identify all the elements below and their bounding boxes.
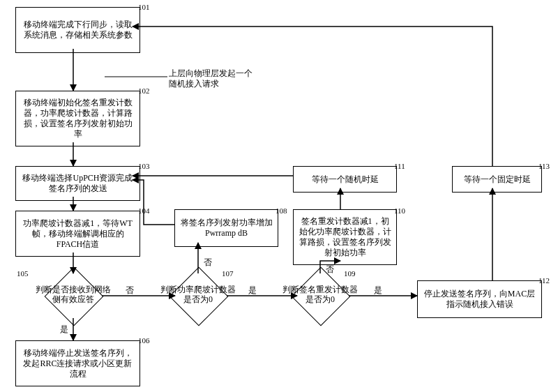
node-106: 移动终端停止发送签名序列，发起RRC连接请求或小区更新流程 [15,340,140,386]
node-111-num: 111 [394,162,405,170]
node-101-text: 移动终端完成下行同步，读取系统消息，存储相关系统参数 [20,20,135,40]
node-105 [45,267,104,326]
node-102: 移动终端初始化签名重发计数器，功率爬坡计数器，计算路损，设置签名序列发射初始功率 [15,91,140,146]
node-107-num: 107 [222,269,234,278]
node-110: 签名重发计数器减1，初始化功率爬坡计数器，计算路损，设置签名序列发射初始功率 [293,209,397,265]
node-112: 停止发送签名序列，向MAC层指示随机接入错误 [417,280,542,318]
node-104-text: 功率爬坡计数器减1，等待WT帧，移动终端解调相应的FPACH信道 [20,218,135,250]
node-108: 将签名序列发射功率增加Pwrramp dB [174,209,278,247]
node-110-num: 110 [394,206,405,215]
node-112-text: 停止发送签名序列，向MAC层指示随机接入错误 [422,289,537,310]
node-102-text: 移动终端初始化签名重发计数器，功率爬坡计数器，计算路损，设置签名序列发射初始功率 [20,98,135,140]
node-113-text: 等待一个固定时延 [464,174,531,185]
node-106-text: 移动终端停止发送签名序列，发起RRC连接请求或小区更新流程 [20,348,135,379]
node-101-num: 101 [138,3,150,11]
node-101: 移动终端完成下行同步，读取系统消息，存储相关系统参数 [15,7,140,53]
edge-107-yes: 是 [248,285,257,296]
node-108-text: 将签名序列发射功率增加Pwrramp dB [179,218,273,239]
flowchart-canvas: 移动终端完成下行同步，读取系统消息，存储相关系统参数 101 移动终端初始化签名… [0,0,558,392]
node-109-num: 109 [344,269,356,278]
edge-109-yes: 是 [374,285,382,296]
node-108-num: 108 [276,206,287,215]
node-105-num: 105 [17,269,29,278]
node-106-num: 106 [138,336,150,345]
node-110-text: 签名重发计数器减1，初始化功率爬坡计数器，计算路损，设置签名序列发射初始功率 [298,216,392,258]
node-113-num: 113 [538,162,550,170]
edge-105-yes: 是 [60,324,68,336]
callout-request: 上层向物理层发起一个随机接入请求 [169,68,259,89]
node-103-text: 移动终端选择UpPCH资源完成签名序列的发送 [20,173,135,194]
node-104: 功率爬坡计数器减1，等待WT帧，移动终端解调相应的FPACH信道 [15,211,140,257]
edge-107-no: 否 [204,257,212,269]
node-112-num: 112 [538,276,550,285]
node-111-text: 等待一个随机时延 [312,174,379,185]
node-107 [169,267,229,326]
node-111: 等待一个随机时延 [293,166,397,193]
node-102-num: 102 [138,86,150,95]
node-109 [292,267,351,326]
node-103: 移动终端选择UpPCH资源完成签名序列的发送 [15,166,140,201]
node-103-num: 103 [138,162,150,170]
edge-105-no: 否 [126,285,134,296]
node-113: 等待一个固定时延 [452,166,542,193]
node-104-num: 104 [138,206,150,215]
edge-109-no: 否 [326,264,334,276]
